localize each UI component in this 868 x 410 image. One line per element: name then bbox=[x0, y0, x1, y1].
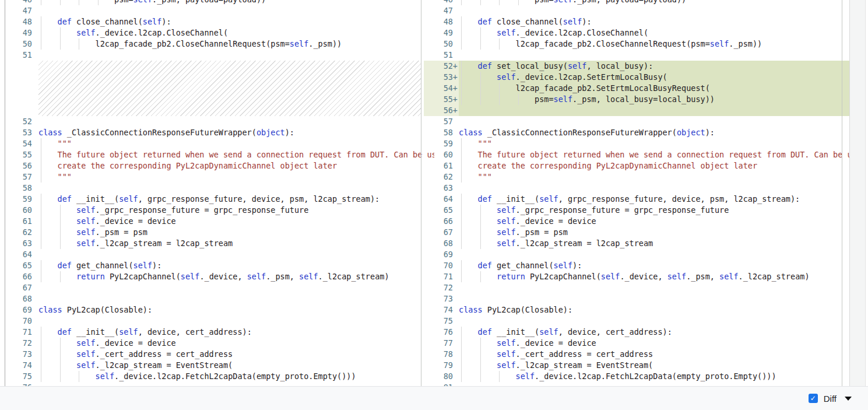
indent-guide bbox=[480, 27, 481, 38]
line-number[interactable]: 46 bbox=[424, 0, 459, 5]
line-number[interactable]: 62 bbox=[424, 171, 459, 183]
line-number[interactable]: 53 bbox=[5, 127, 38, 138]
line-number[interactable]: 48 bbox=[424, 16, 459, 27]
dropdown-caret-icon[interactable] bbox=[845, 397, 852, 401]
line-number[interactable]: 70 bbox=[424, 260, 459, 271]
indent-guide bbox=[480, 238, 481, 249]
indent-guide bbox=[461, 0, 462, 5]
code-line: 67 self._psm = psm bbox=[424, 227, 849, 238]
code-line: 64 def __init__(self, grpc_response_futu… bbox=[424, 194, 849, 205]
code-text bbox=[459, 249, 849, 260]
line-number[interactable]: 77 bbox=[424, 338, 459, 349]
line-number[interactable]: 57 bbox=[424, 116, 459, 127]
vertical-scrollbar[interactable] bbox=[849, 0, 866, 386]
line-number[interactable]: 74 bbox=[424, 304, 459, 316]
diff-toolbar: ✓ Diff bbox=[0, 386, 868, 410]
line-number[interactable]: 72 bbox=[5, 338, 38, 349]
line-number[interactable]: 59 bbox=[424, 138, 459, 149]
line-number[interactable]: 58 bbox=[5, 183, 38, 194]
indent-guide bbox=[499, 38, 500, 50]
line-number[interactable]: 64 bbox=[424, 194, 459, 205]
line-number[interactable]: 53+ bbox=[424, 72, 459, 83]
diff-checkbox[interactable]: ✓ bbox=[809, 394, 818, 403]
line-number[interactable]: 64 bbox=[5, 249, 38, 260]
line-number[interactable]: 56+ bbox=[424, 105, 459, 116]
line-number[interactable]: 79 bbox=[424, 360, 459, 371]
indent-guide bbox=[480, 227, 481, 238]
line-number[interactable]: 72 bbox=[424, 282, 459, 293]
code-text: """ bbox=[38, 138, 434, 149]
line-number[interactable]: 78 bbox=[424, 349, 459, 360]
code-text: self._l2cap_stream = EventStream( bbox=[459, 360, 849, 371]
line-number[interactable]: 66 bbox=[5, 271, 38, 282]
indent-guide bbox=[480, 216, 481, 227]
line-number[interactable]: 51 bbox=[5, 50, 38, 61]
line-number[interactable]: 68 bbox=[424, 238, 459, 249]
indent-guide bbox=[480, 271, 481, 282]
code-line: 48 def close_channel(self): bbox=[5, 16, 434, 27]
indent-guide bbox=[98, 0, 99, 5]
line-number[interactable]: 69 bbox=[5, 304, 38, 316]
indent-guide bbox=[41, 138, 41, 149]
line-number[interactable]: 69 bbox=[424, 249, 459, 260]
indent-guide bbox=[480, 83, 481, 94]
line-number[interactable]: 80 bbox=[424, 371, 459, 382]
code-text bbox=[38, 282, 434, 293]
line-number[interactable]: 61 bbox=[424, 160, 459, 171]
diff-pane-revision: 46 psm=self._psm, payload=payload))4748 … bbox=[424, 0, 849, 393]
line-number[interactable]: 48 bbox=[5, 16, 38, 27]
line-number[interactable]: 54 bbox=[5, 138, 38, 149]
line-number[interactable]: 63 bbox=[5, 238, 38, 249]
line-number[interactable]: 49 bbox=[5, 27, 38, 38]
line-number[interactable]: 63 bbox=[424, 183, 459, 194]
line-number[interactable]: 62 bbox=[5, 227, 38, 238]
line-number[interactable]: 60 bbox=[5, 205, 38, 216]
code-line-added: 55+ psm=self._psm, local_busy=local_busy… bbox=[424, 94, 849, 105]
line-number[interactable]: 76 bbox=[424, 327, 459, 338]
code-line: 46 psm=self._psm, payload=payload)) bbox=[424, 0, 849, 5]
line-number[interactable]: 61 bbox=[5, 216, 38, 227]
indent-guide bbox=[41, 349, 41, 360]
margin-line-left-pane bbox=[421, 0, 421, 386]
line-number[interactable]: 71 bbox=[424, 271, 459, 282]
line-number[interactable]: 47 bbox=[5, 5, 38, 16]
line-number[interactable]: 65 bbox=[5, 260, 38, 271]
line-number[interactable]: 75 bbox=[5, 371, 38, 382]
line-number[interactable]: 67 bbox=[424, 227, 459, 238]
line-number[interactable]: 55 bbox=[5, 149, 38, 160]
code-text: self._device.l2cap.SetErtmLocalBusy( bbox=[459, 72, 849, 83]
indent-guide bbox=[41, 216, 41, 227]
line-number[interactable]: 71 bbox=[5, 327, 38, 338]
line-number[interactable]: 75 bbox=[424, 316, 459, 327]
line-number[interactable]: 47 bbox=[424, 5, 459, 16]
line-number[interactable]: 58 bbox=[424, 127, 459, 138]
line-number[interactable]: 50 bbox=[424, 38, 459, 50]
indent-guide bbox=[480, 38, 481, 50]
line-number[interactable]: 57 bbox=[5, 171, 38, 183]
line-number[interactable]: 52 bbox=[5, 116, 38, 127]
line-number[interactable]: 73 bbox=[5, 349, 38, 360]
line-number[interactable]: 59 bbox=[5, 194, 38, 205]
line-number[interactable]: 70 bbox=[5, 316, 38, 327]
line-number[interactable]: 66 bbox=[424, 216, 459, 227]
indent-guide bbox=[461, 371, 462, 382]
line-number[interactable]: 55+ bbox=[424, 94, 459, 105]
line-number[interactable]: 49 bbox=[424, 27, 459, 38]
line-number[interactable]: 74 bbox=[5, 360, 38, 371]
line-number[interactable]: 54+ bbox=[424, 83, 459, 94]
line-number[interactable]: 68 bbox=[5, 293, 38, 304]
indent-guide bbox=[461, 216, 462, 227]
indent-guide bbox=[461, 16, 462, 27]
line-number[interactable]: 73 bbox=[424, 293, 459, 304]
line-number[interactable]: 52+ bbox=[424, 61, 459, 72]
line-number[interactable]: 65 bbox=[424, 205, 459, 216]
code-line: 66 self._device = device bbox=[424, 216, 849, 227]
line-number[interactable]: 51 bbox=[424, 50, 459, 61]
indent-guide bbox=[461, 94, 462, 105]
line-number[interactable]: 46 bbox=[5, 0, 38, 5]
line-number[interactable]: 67 bbox=[5, 282, 38, 293]
code-line-added: 54+ l2cap_facade_pb2.SetErtmLocalBusyReq… bbox=[424, 83, 849, 94]
line-number[interactable]: 56 bbox=[5, 160, 38, 171]
line-number[interactable]: 50 bbox=[5, 38, 38, 50]
line-number[interactable]: 60 bbox=[424, 149, 459, 160]
